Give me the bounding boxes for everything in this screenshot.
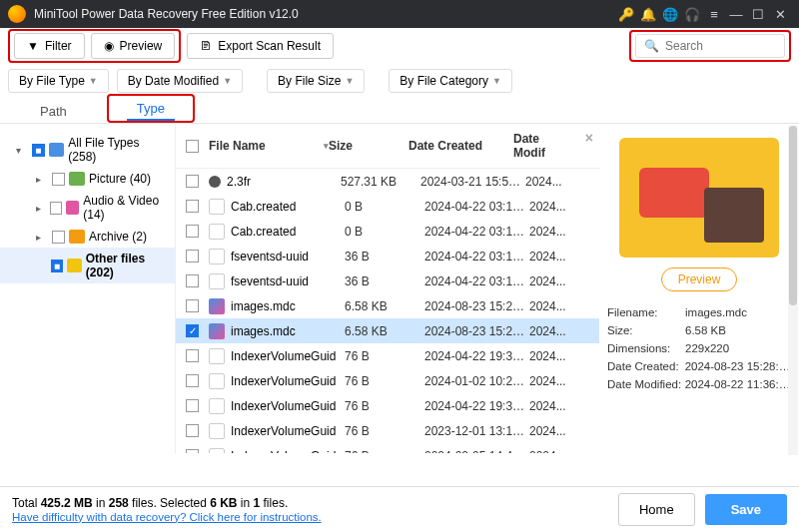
checkbox[interactable]: ■ xyxy=(51,260,63,272)
row-checkbox[interactable] xyxy=(186,250,199,263)
row-checkbox[interactable] xyxy=(186,399,199,412)
row-checkbox[interactable] xyxy=(186,424,199,437)
filter-row: By File Type▼ By Date Modified▼ By File … xyxy=(0,64,799,98)
cell-filename: images.mdc xyxy=(231,299,345,313)
cell-filename: IndexerVolumeGuid xyxy=(231,349,345,363)
table-row[interactable]: IndexerVolumeGuid76 B2024-01-02 10:22:..… xyxy=(176,368,599,393)
row-checkbox[interactable] xyxy=(186,225,199,238)
cell-date-created: 2024-04-22 03:15:... xyxy=(424,250,529,264)
col-size[interactable]: Size xyxy=(329,139,408,153)
by-date-modified-dropdown[interactable]: By Date Modified▼ xyxy=(117,69,243,93)
file-table: File Name▾ Size Date Created Date Modif … xyxy=(176,124,599,453)
globe-icon[interactable]: 🌐 xyxy=(659,7,681,22)
file-icon xyxy=(209,224,225,240)
sidebar-item-all[interactable]: ▾ ■ All File Types (258) xyxy=(0,132,175,168)
search-input[interactable] xyxy=(665,39,776,53)
maximize-icon[interactable]: ☐ xyxy=(747,7,769,22)
col-date-modified[interactable]: Date Modif xyxy=(513,132,573,160)
chevron-right-icon: ▸ xyxy=(36,174,48,185)
by-file-type-dropdown[interactable]: By File Type▼ xyxy=(8,69,109,93)
row-checkbox[interactable] xyxy=(186,374,199,387)
folder-icon xyxy=(49,143,65,157)
export-button[interactable]: 🖹Export Scan Result xyxy=(187,33,334,59)
cell-filename: Cab.created xyxy=(231,225,345,239)
save-button[interactable]: Save xyxy=(705,494,787,525)
checkbox[interactable] xyxy=(50,202,61,215)
table-row[interactable]: 2.3fr527.31 KB2024-03-21 15:56:...2024..… xyxy=(176,169,599,194)
chevron-down-icon: ▼ xyxy=(89,76,98,86)
checkbox[interactable] xyxy=(52,173,65,186)
home-button[interactable]: Home xyxy=(618,493,695,526)
preview-file-button[interactable]: Preview xyxy=(661,267,738,291)
picture-icon xyxy=(69,172,85,186)
other-files-icon xyxy=(67,259,82,272)
cell-filename: IndexerVolumeGuid xyxy=(231,374,345,388)
cell-filename: Cab.created xyxy=(231,200,345,214)
search-icon: 🔍 xyxy=(644,39,659,53)
row-checkbox[interactable] xyxy=(186,175,199,188)
headset-icon[interactable]: 🎧 xyxy=(681,7,703,22)
checkbox[interactable] xyxy=(52,231,65,244)
row-checkbox[interactable] xyxy=(186,349,199,362)
file-icon xyxy=(209,348,225,364)
cell-filename: IndexerVolumeGuid xyxy=(231,449,345,454)
row-checkbox[interactable] xyxy=(186,274,199,287)
checkbox[interactable]: ■ xyxy=(32,144,45,157)
col-date-created[interactable]: Date Created xyxy=(408,139,513,153)
table-row[interactable]: ✓images.mdc6.58 KB2024-08-23 15:28:...20… xyxy=(176,318,599,343)
table-row[interactable]: fseventsd-uuid36 B2024-04-22 03:15:...20… xyxy=(176,268,599,293)
checkbox-all[interactable] xyxy=(186,140,199,153)
pk-filename: Filename: xyxy=(607,306,685,318)
by-file-size-dropdown[interactable]: By File Size▼ xyxy=(267,69,365,93)
by-file-category-dropdown[interactable]: By File Category▼ xyxy=(389,69,512,93)
help-link[interactable]: Have difficulty with data recovery? Clic… xyxy=(12,511,322,523)
cell-date-modified: 2024... xyxy=(529,225,589,239)
vertical-scrollbar[interactable] xyxy=(788,126,798,455)
file-icon xyxy=(209,273,225,289)
file-icon xyxy=(209,398,225,414)
cell-date-modified: 2024... xyxy=(529,349,589,363)
file-icon xyxy=(209,423,225,439)
row-checkbox[interactable] xyxy=(186,299,199,312)
sidebar-label: All File Types (258) xyxy=(68,136,169,164)
pv-size: 6.58 KB xyxy=(685,324,726,336)
tab-path[interactable]: Path xyxy=(30,100,77,123)
preview-panel: Preview Filename:images.mdc Size:6.58 KB… xyxy=(599,124,799,453)
table-row[interactable]: IndexerVolumeGuid76 B2023-12-01 13:13:..… xyxy=(176,418,599,443)
close-preview-icon[interactable]: × xyxy=(585,130,593,146)
cell-size: 76 B xyxy=(345,399,424,413)
table-row[interactable]: Cab.created0 B2024-04-22 03:15:...2024..… xyxy=(176,219,599,244)
sidebar-item-other[interactable]: ■ Other files (202) xyxy=(0,248,175,283)
search-box[interactable]: 🔍 xyxy=(635,34,785,58)
file-icon xyxy=(209,249,225,265)
row-checkbox[interactable] xyxy=(186,200,199,213)
file-icon xyxy=(209,373,225,389)
row-checkbox[interactable]: ✓ xyxy=(186,324,199,337)
table-row[interactable]: images.mdc6.58 KB2024-08-23 15:28:...202… xyxy=(176,293,599,318)
tab-type[interactable]: Type xyxy=(127,97,175,120)
table-row[interactable]: fseventsd-uuid36 B2024-04-22 03:15:...20… xyxy=(176,244,599,268)
cell-date-modified: 2024... xyxy=(529,274,589,288)
row-checkbox[interactable] xyxy=(186,449,199,453)
app-logo-icon xyxy=(8,5,26,23)
bell-icon[interactable]: 🔔 xyxy=(637,7,659,22)
table-row[interactable]: Cab.created0 B2024-04-22 03:15:...2024..… xyxy=(176,194,599,219)
close-icon[interactable]: ✕ xyxy=(769,7,791,22)
col-filename[interactable]: File Name▾ xyxy=(209,139,329,153)
sidebar-item-archive[interactable]: ▸ Archive (2) xyxy=(0,226,175,248)
minimize-icon[interactable]: — xyxy=(725,7,747,22)
sidebar-item-audio-video[interactable]: ▸ Audio & Video (14) xyxy=(0,190,175,226)
table-row[interactable]: IndexerVolumeGuid76 B2024-04-22 19:34:..… xyxy=(176,393,599,418)
key-icon[interactable]: 🔑 xyxy=(615,7,637,22)
scrollbar-thumb[interactable] xyxy=(789,126,797,305)
cell-filename: IndexerVolumeGuid xyxy=(231,399,345,413)
filter-button[interactable]: ▼Filter xyxy=(14,33,85,59)
table-row[interactable]: IndexerVolumeGuid76 B2024-02-05 14:42:..… xyxy=(176,443,599,453)
menu-icon[interactable]: ≡ xyxy=(703,7,725,22)
preview-button[interactable]: ◉Preview xyxy=(91,33,176,59)
sidebar-item-picture[interactable]: ▸ Picture (40) xyxy=(0,168,175,190)
table-row[interactable]: IndexerVolumeGuid76 B2024-04-22 19:34:..… xyxy=(176,343,599,368)
content: File Name▾ Size Date Created Date Modif … xyxy=(176,124,799,453)
cell-size: 76 B xyxy=(345,349,424,363)
cell-size: 36 B xyxy=(345,250,424,264)
